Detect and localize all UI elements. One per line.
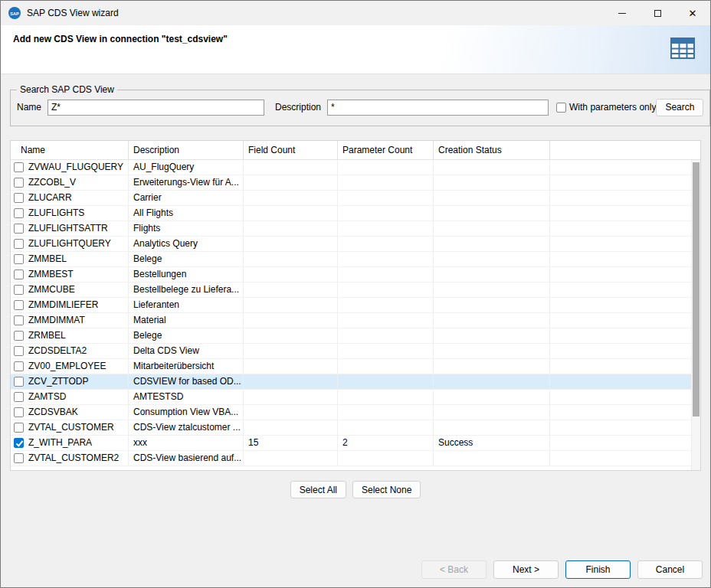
table-row[interactable]: Z_WITH_PARAxxx152Success bbox=[11, 436, 700, 451]
cell-description: Consumption View VBA... bbox=[129, 405, 244, 420]
cell-field-count bbox=[244, 252, 338, 266]
with-parameters-checkbox[interactable] bbox=[556, 103, 566, 113]
scrollbar-thumb[interactable] bbox=[693, 162, 700, 416]
row-name: ZVTAL_CUSTOMER2 bbox=[28, 451, 119, 466]
minimize-button[interactable] bbox=[605, 1, 640, 25]
close-button[interactable]: ✕ bbox=[675, 1, 710, 25]
cell-filler bbox=[550, 328, 700, 343]
table-row[interactable]: ZVTAL_CUSTOMER2CDS-View basierend auf... bbox=[11, 451, 700, 466]
cell-filler bbox=[550, 313, 700, 328]
table-row[interactable]: ZMMDIMMATMaterial bbox=[11, 313, 700, 328]
selection-buttons: Select All Select None bbox=[1, 481, 710, 498]
cell-filler bbox=[550, 344, 700, 358]
cell-creation-status bbox=[434, 206, 550, 220]
cell-creation-status bbox=[434, 160, 550, 175]
row-checkbox[interactable] bbox=[14, 193, 24, 203]
select-all-button[interactable]: Select All bbox=[290, 481, 346, 498]
table-row[interactable]: ZMMDIMLIEFERLieferanten bbox=[11, 298, 700, 313]
row-checkbox[interactable] bbox=[14, 407, 24, 417]
column-header-description[interactable]: Description bbox=[129, 141, 244, 159]
row-checkbox[interactable] bbox=[14, 208, 24, 218]
cell-filler bbox=[550, 206, 700, 220]
row-name: ZV00_EMPLOYEE bbox=[28, 359, 106, 374]
table-row[interactable]: ZV00_EMPLOYEEMitarbeiterübersicht bbox=[11, 359, 700, 374]
row-checkbox[interactable] bbox=[14, 239, 24, 249]
cell-parameter-count bbox=[338, 221, 434, 236]
row-checkbox[interactable] bbox=[14, 331, 24, 341]
maximize-icon bbox=[654, 10, 661, 17]
row-name: ZLUFLIGHTSATTR bbox=[28, 221, 108, 236]
cell-field-count: 15 bbox=[244, 436, 338, 450]
table-row[interactable]: ZMMCUBEBestellbelege zu Liefera... bbox=[11, 283, 700, 298]
row-checkbox[interactable] bbox=[14, 361, 24, 371]
table-row[interactable]: ZMMBESTBestellungen bbox=[11, 267, 700, 283]
name-input[interactable] bbox=[48, 100, 264, 116]
row-checkbox[interactable] bbox=[14, 377, 24, 387]
column-header-creation-status[interactable]: Creation Status bbox=[434, 141, 550, 159]
row-checkbox[interactable] bbox=[14, 224, 24, 234]
search-button[interactable]: Search bbox=[656, 99, 703, 116]
cell-field-count bbox=[244, 359, 338, 374]
cell-description: Delta CDS View bbox=[129, 344, 244, 358]
cell-name: ZCDSDELTA2 bbox=[11, 344, 129, 358]
cell-description: xxx bbox=[129, 436, 244, 450]
table-row[interactable]: ZLUFLIGHTQUERYAnalytics Query bbox=[11, 237, 700, 252]
cell-parameter-count bbox=[338, 283, 434, 297]
vertical-scrollbar[interactable] bbox=[691, 160, 700, 470]
with-parameters-option[interactable]: With parameters only bbox=[556, 102, 656, 113]
cell-name: ZMMBEST bbox=[11, 267, 129, 282]
row-checkbox[interactable] bbox=[14, 315, 24, 325]
cell-description: Analytics Query bbox=[129, 237, 244, 251]
table-row[interactable]: ZMMBELBelege bbox=[11, 252, 700, 267]
row-checkbox[interactable] bbox=[14, 285, 24, 295]
row-checkbox[interactable] bbox=[14, 453, 24, 463]
table-row[interactable]: ZCDSVBAKConsumption View VBA... bbox=[11, 405, 700, 420]
cell-creation-status bbox=[434, 191, 550, 205]
row-checkbox[interactable] bbox=[14, 423, 24, 433]
cell-creation-status bbox=[434, 374, 550, 389]
cell-creation-status bbox=[434, 390, 550, 404]
column-header-name[interactable]: Name bbox=[11, 141, 129, 159]
cell-description: Bestellbelege zu Liefera... bbox=[129, 283, 244, 297]
table-row[interactable]: ZLUCARRCarrier bbox=[11, 191, 700, 206]
sap-logo-text: SAP bbox=[10, 11, 19, 16]
next-button[interactable]: Next > bbox=[493, 560, 559, 579]
row-checkbox[interactable] bbox=[14, 254, 24, 264]
row-checkbox[interactable] bbox=[14, 162, 24, 172]
description-input[interactable] bbox=[327, 100, 549, 116]
table-row[interactable]: ZZCOBL_VErweiterungs-View für A... bbox=[11, 175, 700, 191]
table-row[interactable]: ZCDSDELTA2Delta CDS View bbox=[11, 344, 700, 359]
table-row[interactable]: ZLUFLIGHTSAll Flights bbox=[11, 206, 700, 221]
row-checkbox[interactable] bbox=[14, 270, 24, 279]
table-row[interactable]: ZCV_ZTTODPCDSVIEW for based OD... bbox=[11, 374, 700, 390]
cell-name: ZVTAL_CUSTOMER bbox=[11, 420, 129, 435]
cell-creation-status bbox=[434, 420, 550, 435]
window-controls: ✕ bbox=[605, 1, 710, 25]
table-row[interactable]: ZAMTSDAMTESTSD bbox=[11, 390, 700, 405]
table-row[interactable]: ZRMBELBelege bbox=[11, 328, 700, 344]
cell-field-count bbox=[244, 206, 338, 220]
description-label: Description bbox=[275, 102, 321, 113]
row-checkbox[interactable] bbox=[14, 438, 24, 448]
row-name: ZMMBEL bbox=[28, 252, 67, 266]
table-row[interactable]: ZVWAU_FLUGQUERYAU_FlugQuery bbox=[11, 160, 700, 175]
column-header-parameter-count[interactable]: Parameter Count bbox=[338, 141, 434, 159]
sap-logo-icon: SAP bbox=[8, 7, 21, 19]
cancel-button[interactable]: Cancel bbox=[637, 560, 703, 579]
cell-name: Z_WITH_PARA bbox=[11, 436, 129, 450]
row-name: ZCV_ZTTODP bbox=[28, 374, 88, 389]
cell-name: ZV00_EMPLOYEE bbox=[11, 359, 129, 374]
finish-button[interactable]: Finish bbox=[565, 560, 631, 579]
select-none-button[interactable]: Select None bbox=[352, 481, 421, 498]
maximize-button[interactable] bbox=[640, 1, 675, 25]
row-checkbox[interactable] bbox=[14, 346, 24, 356]
row-name: ZMMBEST bbox=[28, 267, 74, 282]
row-checkbox[interactable] bbox=[14, 392, 24, 402]
table-row[interactable]: ZVTAL_CUSTOMERCDS-View ztalcustomer ... bbox=[11, 420, 700, 436]
table-row[interactable]: ZLUFLIGHTSATTRFlights bbox=[11, 221, 700, 237]
row-checkbox[interactable] bbox=[14, 300, 24, 310]
row-checkbox[interactable] bbox=[14, 178, 24, 188]
cell-filler bbox=[550, 374, 700, 389]
cell-filler bbox=[550, 436, 700, 450]
column-header-field-count[interactable]: Field Count bbox=[244, 141, 338, 159]
